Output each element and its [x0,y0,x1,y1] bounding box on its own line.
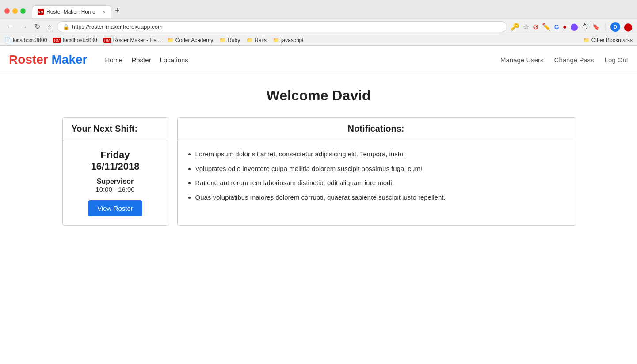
bookmark-localhost3000[interactable]: 📄 localhost:3000 [4,37,47,43]
new-tab-button[interactable]: + [111,4,123,18]
separator: | [604,22,606,31]
brand-logo[interactable]: Roster Maker [9,53,87,67]
url-text: https://roster-maker.herokuapp.com [72,23,163,30]
other-bookmarks[interactable]: 📁 Other Bookmarks [583,37,633,43]
browser-chrome: RM Roster Maker: Home × + ← → ↻ ⌂ 🔒 http… [0,0,637,46]
bookmark-coder-academy[interactable]: 📁 Coder Academy [167,37,213,43]
bookmark-folder-icon2: 📁 [219,37,226,43]
main-content: Welcome David Your Next Shift: Friday 16… [53,74,584,239]
notification-item: Voluptates odio inventore culpa mollitia… [195,164,566,174]
bookmark-folder-icon: 📁 [167,37,174,43]
other-bookmarks-folder-icon: 📁 [583,37,590,43]
notifications-card: Notifications: Lorem ipsum dolor sit ame… [177,117,575,226]
bookmark-label: localhost:3000 [13,37,47,43]
notification-item: Lorem ipsum dolor sit amet, consectetur … [195,149,566,159]
notifications-card-header: Notifications: [178,118,575,140]
view-roster-button[interactable]: View Roster [88,200,142,216]
bookmark-label: Ruby [228,37,240,43]
maximize-window-button[interactable] [20,8,26,14]
traffic-lights [4,8,26,14]
shift-time: 10:00 - 16:00 [72,186,159,193]
toolbar-icons: 🔑 ☆ ⊘ ✏️ G ● ⬤ ⏱ 🔖 | D ⬤ [511,22,633,32]
tab-close-button[interactable]: × [102,8,106,15]
google-icon[interactable]: G [554,23,559,30]
history-icon[interactable]: ⏱ [582,23,589,31]
log-out-link[interactable]: Log Out [605,56,628,64]
nav-home-link[interactable]: Home [105,56,122,64]
forward-button[interactable]: → [19,22,29,32]
bookmark-roster-maker[interactable]: RM Roster Maker - He... [103,37,161,43]
extension-icon[interactable]: ⬤ [570,23,578,31]
bookmark-icon[interactable]: 🔖 [592,23,599,30]
tab-favicon: RM [38,9,44,15]
notification-item: Quas voluptatibus maiores dolorem corrup… [195,193,566,203]
key-icon[interactable]: 🔑 [511,23,519,31]
welcome-title: Welcome David [62,87,575,104]
app-nav: Roster Maker Home Roster Locations Manag… [0,46,637,74]
browser-toolbar: ← → ↻ ⌂ 🔒 https://roster-maker.herokuapp… [0,18,637,35]
adblock-icon[interactable]: ⊘ [533,23,538,31]
bookmark-javascript[interactable]: 📁 javascript [273,37,304,43]
brand-roster-text: Roster [9,53,48,66]
brand-maker-text: Maker [48,53,88,66]
change-pass-link[interactable]: Change Pass [554,56,594,64]
shift-card-header: Your Next Shift: [63,118,168,140]
reload-button[interactable]: ↻ [33,22,42,32]
notifications-card-body: Lorem ipsum dolor sit amet, consectetur … [178,140,575,216]
bookmark-folder-icon4: 📁 [273,37,279,43]
pen-icon[interactable]: ✏️ [542,23,551,31]
shift-day: Friday [72,149,159,161]
manage-users-link[interactable]: Manage Users [500,56,544,64]
shift-date: 16/11/2018 [72,161,159,172]
settings-icon[interactable]: ⬤ [624,22,633,32]
user-avatar[interactable]: D [610,22,620,32]
bookmark-favicon-rm2: RM [103,38,111,43]
bookmark-label: localhost:5000 [63,37,97,43]
bookmark-label: Coder Academy [175,37,213,43]
bookmark-label: Roster Maker - He... [113,37,161,43]
nav-links: Home Roster Locations [105,56,500,64]
bookmark-ruby[interactable]: 📁 Ruby [219,37,240,43]
lock-icon: 🔒 [63,24,69,30]
tab-title: Roster Maker: Home [46,9,95,15]
tab-bar: RM Roster Maker: Home × + [32,4,633,18]
home-button[interactable]: ⌂ [46,22,53,32]
back-button[interactable]: ← [4,22,15,32]
notifications-list: Lorem ipsum dolor sit amet, consectetur … [187,149,566,202]
close-window-button[interactable] [4,8,10,14]
browser-titlebar: RM Roster Maker: Home × + [0,0,637,18]
active-tab[interactable]: RM Roster Maker: Home × [32,5,111,18]
bookmarks-bar: 📄 localhost:3000 RM localhost:5000 RM Ro… [0,35,637,45]
bookmark-localhost5000[interactable]: RM localhost:5000 [53,37,97,43]
minimize-window-button[interactable] [12,8,18,14]
bookmark-favicon-rm1: RM [53,38,61,43]
nav-roster-link[interactable]: Roster [131,56,151,64]
shift-card: Your Next Shift: Friday 16/11/2018 Super… [62,117,168,226]
bookmark-rails[interactable]: 📁 Rails [246,37,267,43]
nav-right-links: Manage Users Change Pass Log Out [500,56,628,64]
bookmark-label: Rails [255,37,267,43]
address-bar[interactable]: 🔒 https://roster-maker.herokuapp.com [57,21,507,32]
shift-card-body: Friday 16/11/2018 Supervisor 10:00 - 16:… [63,140,168,225]
shift-role: Supervisor [72,178,159,186]
star-icon[interactable]: ☆ [523,23,529,31]
other-bookmarks-label: Other Bookmarks [591,37,633,43]
bookmark-folder-icon3: 📁 [246,37,253,43]
lastpass-icon[interactable]: ● [563,23,567,31]
notification-item: Ratione aut rerum rem laboriosam distinc… [195,178,566,188]
cards-row: Your Next Shift: Friday 16/11/2018 Super… [62,117,575,226]
bookmark-label: javascript [281,37,304,43]
bookmark-file-icon: 📄 [4,37,11,43]
nav-locations-link[interactable]: Locations [160,56,188,64]
